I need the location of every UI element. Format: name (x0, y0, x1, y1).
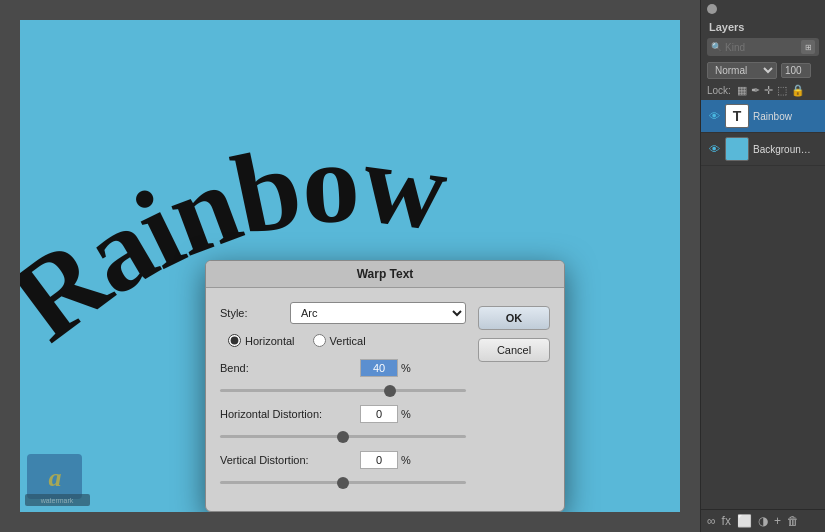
h-distortion-percent: % (401, 408, 411, 420)
svg-text:a: a (49, 463, 62, 492)
layers-list: 👁 T Rainbow 👁 Backgroun… (701, 100, 825, 509)
v-distortion-row: Vertical Distortion: % (220, 451, 466, 487)
canvas-wrapper: Rainbow a watermark Warp Text Style: (20, 20, 680, 512)
blend-mode-bar: Normal Multiply Screen (701, 60, 825, 81)
panel-close-button[interactable] (707, 4, 717, 14)
h-distortion-row: Horizontal Distortion: % (220, 405, 466, 441)
dialog-left: Style: Arc None Arc Lower Arc Upper Arch… (220, 302, 466, 497)
v-distortion-slider[interactable] (220, 481, 466, 484)
layer-thumb-rainbow: T (725, 104, 749, 128)
lock-all-icon[interactable]: 🔒 (791, 84, 805, 97)
bend-percent: % (401, 362, 411, 374)
v-distortion-percent: % (401, 454, 411, 466)
layer-thumb-text-icon: T (733, 108, 742, 124)
search-icon: 🔍 (711, 42, 722, 52)
new-layer-icon[interactable]: + (774, 514, 781, 528)
panel-title: Layers (701, 18, 825, 38)
fx-icon[interactable]: fx (722, 514, 731, 528)
lock-transparency-icon[interactable]: ▦ (737, 84, 747, 97)
canvas-area: Rainbow a watermark Warp Text Style: (0, 0, 700, 532)
layer-name-rainbow: Rainbow (753, 111, 819, 122)
layer-visibility-background[interactable]: 👁 (707, 142, 721, 156)
layer-name-background: Backgroun… (753, 144, 819, 155)
bend-slider[interactable] (220, 389, 466, 392)
dialog-body: Style: Arc None Arc Lower Arc Upper Arch… (206, 288, 564, 511)
horizontal-radio[interactable] (228, 334, 241, 347)
layer-visibility-rainbow[interactable]: 👁 (707, 109, 721, 123)
lock-label: Lock: (707, 85, 731, 96)
lock-artboards-icon[interactable]: ⬚ (777, 84, 787, 97)
search-filter-button[interactable]: ⊞ (801, 40, 815, 54)
style-select[interactable]: Arc None Arc Lower Arc Upper Arch Bulge (290, 302, 466, 324)
blend-mode-select[interactable]: Normal Multiply Screen (707, 62, 777, 79)
dialog-buttons: OK Cancel (478, 302, 550, 497)
vertical-label: Vertical (330, 335, 366, 347)
lock-position-icon[interactable]: ✛ (764, 84, 773, 97)
vertical-radio-label[interactable]: Vertical (313, 334, 366, 347)
lock-bar: Lock: ▦ ✒ ✛ ⬚ 🔒 (701, 81, 825, 100)
v-distortion-top: Vertical Distortion: % (220, 451, 466, 469)
svg-text:watermark: watermark (40, 497, 74, 504)
horizontal-label: Horizontal (245, 335, 295, 347)
dialog-title: Warp Text (357, 267, 414, 281)
horizontal-radio-label[interactable]: Horizontal (228, 334, 295, 347)
search-input[interactable] (725, 42, 795, 53)
link-icon[interactable]: ∞ (707, 514, 716, 528)
mask-icon[interactable]: ⬜ (737, 514, 752, 528)
layer-thumb-color-fill (726, 138, 748, 160)
warp-text-dialog[interactable]: Warp Text Style: Arc None Arc Lower Arc … (205, 260, 565, 512)
h-distortion-input[interactable] (360, 405, 398, 423)
vertical-radio[interactable] (313, 334, 326, 347)
search-bar: 🔍 ⊞ (707, 38, 819, 56)
layer-item-background[interactable]: 👁 Backgroun… (701, 133, 825, 166)
h-distortion-top: Horizontal Distortion: % (220, 405, 466, 423)
lock-paint-icon[interactable]: ✒ (751, 84, 760, 97)
panel-footer: ∞ fx ⬜ ◑ + 🗑 (701, 509, 825, 532)
bend-slider-top: Bend: % (220, 359, 466, 377)
dialog-titlebar: Warp Text (206, 261, 564, 288)
v-distortion-label: Vertical Distortion: (220, 454, 360, 466)
cancel-button[interactable]: Cancel (478, 338, 550, 362)
style-row: Style: Arc None Arc Lower Arc Upper Arch… (220, 302, 466, 324)
orientation-group: Horizontal Vertical (220, 334, 466, 347)
opacity-input[interactable] (781, 63, 811, 78)
bend-row: Bend: % (220, 359, 466, 395)
delete-layer-icon[interactable]: 🗑 (787, 514, 799, 528)
watermark: a watermark (25, 452, 90, 507)
layer-item-rainbow[interactable]: 👁 T Rainbow (701, 100, 825, 133)
ok-button[interactable]: OK (478, 306, 550, 330)
v-distortion-input[interactable] (360, 451, 398, 469)
h-distortion-label: Horizontal Distortion: (220, 408, 360, 420)
layer-thumb-background (725, 137, 749, 161)
bend-value-input[interactable] (360, 359, 398, 377)
style-label: Style: (220, 307, 290, 319)
panel-close-bar (701, 0, 825, 18)
layers-panel: Layers 🔍 ⊞ Normal Multiply Screen Lock: … (700, 0, 825, 532)
bend-label: Bend: (220, 362, 360, 374)
h-distortion-slider[interactable] (220, 435, 466, 438)
adjustment-icon[interactable]: ◑ (758, 514, 768, 528)
